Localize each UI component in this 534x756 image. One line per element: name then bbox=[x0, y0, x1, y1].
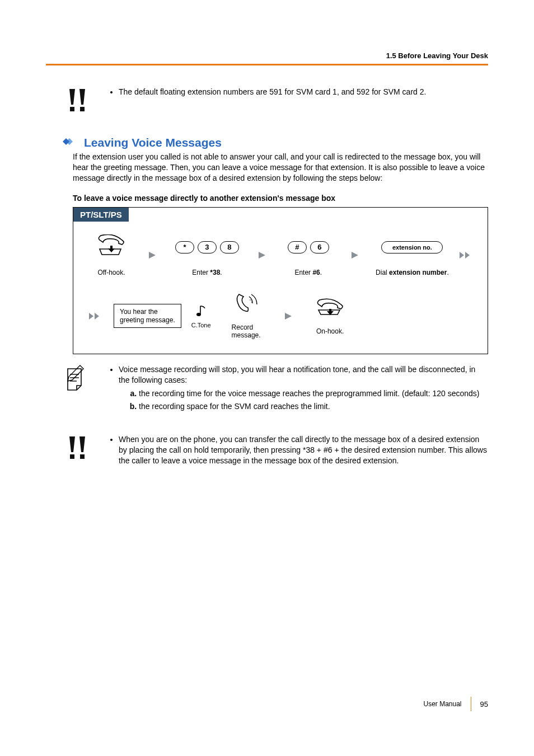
speak-handset-icon bbox=[233, 292, 259, 317]
key-8[interactable]: 8 bbox=[220, 241, 239, 253]
enter-6-label: Enter #6. bbox=[294, 269, 322, 276]
page: 1.5 Before Leaving Your Desk bbox=[0, 0, 534, 756]
note-clipboard-icon bbox=[63, 364, 88, 393]
continuation-arrow-icon bbox=[458, 242, 474, 269]
svg-marker-15 bbox=[285, 313, 292, 320]
arrow-icon bbox=[282, 303, 295, 330]
note-recording-lead: Voice message recording will stop, you w… bbox=[119, 364, 488, 412]
flow-row-1: Off-hook. * 3 8 Enter *38. bbox=[73, 222, 488, 276]
offhook-handset-icon bbox=[96, 234, 127, 260]
callout-default-ext-text: The default floating extension numbers a… bbox=[119, 87, 488, 97]
section-intro: If the extension user you called is not … bbox=[73, 152, 488, 184]
record-label: Record message. bbox=[232, 323, 261, 339]
key-star[interactable]: * bbox=[175, 241, 194, 253]
note-recording-stop: Voice message recording will stop, you w… bbox=[63, 364, 488, 416]
greeting-text: You hear the greeting message. bbox=[114, 304, 181, 328]
key-3[interactable]: 3 bbox=[198, 241, 217, 253]
music-note-icon bbox=[195, 304, 207, 320]
procedure-tab: PT/SLT/PS bbox=[73, 208, 129, 222]
section-title-row: Leaving Voice Messages bbox=[63, 136, 488, 149]
confirmation-tone: C.Tone bbox=[191, 304, 211, 328]
svg-marker-9 bbox=[465, 252, 470, 259]
svg-rect-21 bbox=[80, 454, 85, 459]
callout-transfer-text: When you are on the phone, you can trans… bbox=[119, 434, 488, 466]
key-hash[interactable]: # bbox=[288, 241, 307, 253]
exclamation-icon bbox=[64, 87, 87, 117]
svg-marker-5 bbox=[149, 252, 156, 259]
svg-rect-1 bbox=[80, 107, 85, 111]
svg-rect-20 bbox=[70, 454, 74, 459]
svg-marker-10 bbox=[89, 313, 93, 320]
procedure-box: PT/SLT/PS Off-hook. bbox=[73, 207, 488, 354]
running-header: 1.5 Before Leaving Your Desk bbox=[386, 51, 488, 60]
continuation-arrow-icon bbox=[87, 303, 104, 330]
arrow-icon bbox=[348, 242, 361, 269]
arrow-icon bbox=[255, 242, 268, 269]
header-rule bbox=[46, 64, 488, 65]
onhook-handset-icon bbox=[315, 298, 345, 319]
enter-38-label: Enter *38. bbox=[192, 269, 222, 276]
callout-transfer: When you are on the phone, you can trans… bbox=[63, 434, 488, 469]
svg-marker-8 bbox=[460, 252, 464, 259]
subheading: To leave a voice message directly to ano… bbox=[73, 194, 488, 203]
section-title: Leaving Voice Messages bbox=[84, 136, 222, 149]
key-extension-no[interactable]: extension no. bbox=[381, 241, 443, 253]
svg-point-12 bbox=[196, 313, 201, 316]
svg-point-13 bbox=[250, 299, 251, 300]
onhook-label: On-hook. bbox=[316, 327, 344, 335]
content-area: The default floating extension numbers a… bbox=[63, 87, 488, 489]
svg-marker-4 bbox=[108, 246, 115, 252]
footer-doc-name: User Manual bbox=[424, 700, 462, 708]
note-recording-a: the recording time for the voice message… bbox=[139, 388, 488, 399]
callout-default-extensions: The default floating extension numbers a… bbox=[63, 87, 488, 117]
svg-point-14 bbox=[251, 302, 252, 303]
key-6[interactable]: 6 bbox=[310, 241, 329, 253]
footer-rule bbox=[471, 697, 471, 711]
svg-marker-11 bbox=[95, 313, 99, 320]
flow-row-2: You hear the greeting message. C.Tone bbox=[73, 276, 488, 339]
svg-rect-0 bbox=[70, 107, 74, 111]
footer-page-number: 95 bbox=[480, 700, 488, 708]
note-recording-b: the recording space for the SVM card rea… bbox=[139, 401, 488, 412]
diamond-bullet-icon bbox=[63, 137, 77, 149]
dial-ext-label: Dial extension number. bbox=[376, 269, 449, 276]
svg-marker-7 bbox=[352, 252, 358, 259]
page-footer: User Manual 95 bbox=[424, 697, 489, 711]
exclamation-icon bbox=[64, 434, 87, 464]
offhook-label: Off-hook. bbox=[97, 269, 125, 276]
svg-marker-6 bbox=[259, 252, 265, 259]
arrow-icon bbox=[146, 242, 159, 269]
